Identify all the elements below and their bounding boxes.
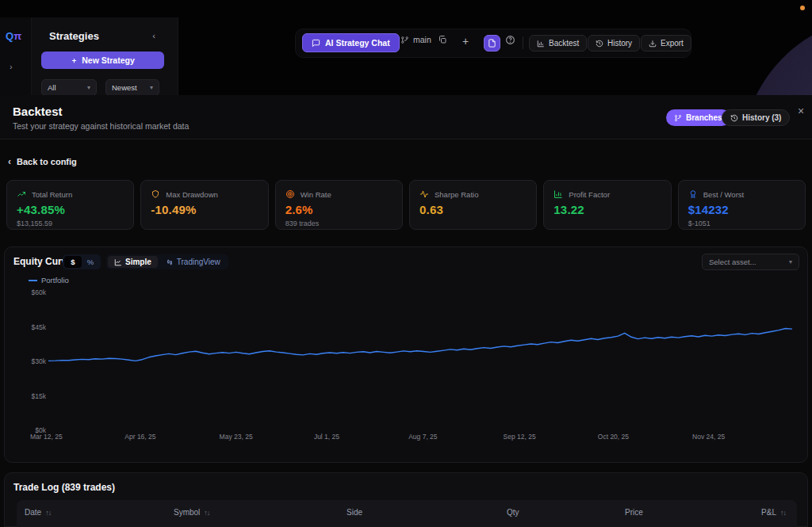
history-clock-icon bbox=[730, 114, 738, 122]
add-tab-button[interactable]: + bbox=[462, 35, 469, 48]
trending-up-icon bbox=[17, 189, 26, 199]
stats-row: Total Return +43.85% $13,155.59 Max Draw… bbox=[6, 180, 806, 230]
back-to-config-link[interactable]: ‹ Back to config bbox=[8, 156, 77, 167]
sort-icon: ↑↓ bbox=[780, 509, 786, 517]
activity-icon bbox=[419, 189, 429, 199]
column-header-price: Price bbox=[625, 508, 643, 517]
sidebar-title: Strategies bbox=[49, 30, 99, 42]
export-button[interactable]: Export bbox=[641, 35, 691, 52]
chevron-left-icon: ‹ bbox=[8, 156, 11, 167]
trade-log-panel: Trade Log (839 trades) Date↑↓ Symbol↑↓ S… bbox=[4, 472, 808, 527]
column-header-pnl[interactable]: P&L↑↓ bbox=[761, 508, 786, 517]
stat-card-best-worst: Best / Worst $14232 $-1051 bbox=[678, 180, 806, 230]
sidebar-collapse-chevron-icon[interactable]: ‹ bbox=[152, 31, 155, 40]
sort-dropdown[interactable]: Newest▾ bbox=[105, 79, 159, 96]
history-button[interactable]: History bbox=[588, 35, 640, 52]
stat-card-sharpe-ratio: Sharpe Ratio 0.63 bbox=[409, 180, 537, 230]
column-header-symbol[interactable]: Symbol↑↓ bbox=[174, 508, 209, 517]
target-icon bbox=[285, 189, 295, 199]
column-header-date[interactable]: Date↑↓ bbox=[25, 508, 51, 517]
equity-line-chart[interactable] bbox=[5, 247, 809, 464]
icon-rail: Qπ › bbox=[0, 17, 32, 95]
backtest-button[interactable]: Backtest bbox=[529, 35, 587, 52]
git-branch-icon bbox=[400, 36, 409, 44]
history-clock-icon bbox=[596, 40, 603, 48]
stat-card-profit-factor: Profit Factor 13.22 bbox=[543, 180, 671, 230]
stat-value: 13.22 bbox=[553, 203, 661, 216]
document-button[interactable] bbox=[484, 35, 500, 52]
git-branch-icon bbox=[674, 114, 682, 122]
notification-dot bbox=[800, 6, 805, 10]
download-icon bbox=[649, 40, 657, 48]
copy-icon bbox=[438, 35, 447, 44]
branches-button[interactable]: Branches bbox=[666, 109, 730, 126]
close-icon[interactable]: × bbox=[793, 103, 809, 119]
app-logo[interactable]: Qπ bbox=[6, 30, 21, 42]
stat-value: 2.6% bbox=[285, 203, 393, 216]
equity-curve-panel: Equity Curve $ % Simple TradingView Sele… bbox=[4, 246, 808, 463]
sort-icon: ↑↓ bbox=[45, 509, 51, 517]
stat-card-max-drawdown: Max Drawdown -10.49% bbox=[140, 180, 268, 230]
stat-value: 0.63 bbox=[419, 203, 527, 216]
filter-dropdown[interactable]: All▾ bbox=[41, 79, 97, 96]
ai-strategy-chat-button[interactable]: AI Strategy Chat bbox=[302, 33, 400, 52]
stat-value: +43.85% bbox=[17, 203, 124, 216]
shield-icon bbox=[151, 189, 160, 199]
modal-title: Backtest bbox=[13, 105, 63, 118]
help-circle-icon bbox=[505, 35, 515, 45]
sort-icon: ↑↓ bbox=[204, 509, 209, 517]
column-header-qty: Qty bbox=[507, 508, 519, 517]
column-header-side: Side bbox=[347, 508, 362, 517]
modal-header: Backtest Test your strategy against hist… bbox=[0, 95, 812, 139]
plus-icon bbox=[71, 57, 78, 64]
stat-card-win-rate: Win Rate 2.6% 839 trades bbox=[275, 180, 403, 230]
new-strategy-button[interactable]: New Strategy bbox=[41, 52, 164, 69]
stat-value: -10.49% bbox=[151, 203, 258, 216]
chevron-down-icon: ▾ bbox=[87, 84, 90, 91]
strategies-sidebar: Strategies ‹ New Strategy All▾ Newest▾ bbox=[32, 17, 178, 95]
modal-subtitle: Test your strategy against historical ma… bbox=[13, 121, 189, 131]
bar-chart-icon bbox=[537, 40, 545, 48]
trade-log-table: Date↑↓ Symbol↑↓ Side Qty Price P&L↑↓ bbox=[17, 500, 797, 527]
duplicate-button[interactable] bbox=[438, 35, 447, 44]
backtest-modal: Backtest Test your strategy against hist… bbox=[0, 95, 812, 527]
file-icon bbox=[488, 39, 496, 48]
chevron-down-icon: ▾ bbox=[150, 84, 153, 91]
rail-expand-chevron-icon[interactable]: › bbox=[10, 62, 13, 71]
toolbar-divider bbox=[523, 36, 523, 49]
branch-selector[interactable]: main bbox=[400, 35, 431, 44]
stat-value: $14232 bbox=[688, 203, 795, 216]
award-icon bbox=[688, 189, 698, 199]
stat-card-total-return: Total Return +43.85% $13,155.59 bbox=[6, 180, 134, 230]
trade-log-title: Trade Log (839 trades) bbox=[13, 482, 115, 493]
bar-chart-icon bbox=[553, 189, 563, 199]
help-button[interactable] bbox=[505, 35, 515, 45]
app-screen: Qπ › Strategies ‹ New Strategy All▾ Newe… bbox=[0, 0, 812, 527]
chat-bubble-icon bbox=[312, 39, 320, 48]
history-3-button[interactable]: History (3) bbox=[722, 109, 790, 126]
